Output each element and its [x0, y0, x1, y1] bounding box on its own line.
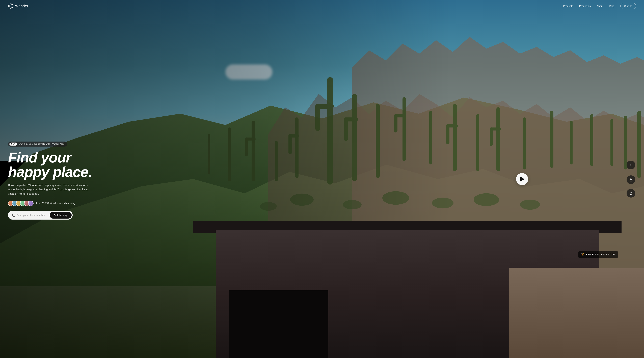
new-tag: New [10, 143, 17, 146]
building-stone-wall [509, 268, 644, 358]
signin-button[interactable]: Sign In [620, 3, 636, 9]
hero-title-line1: Find your [8, 149, 71, 165]
play-triangle-icon [520, 177, 524, 181]
wander-atlas-link[interactable]: Wander Atlas [52, 143, 64, 145]
badge-text: Own a piece of our portfolio with [19, 143, 50, 145]
app-cta-container: 📞 Get the app [8, 211, 72, 220]
nav-links: Products Properties About Blog Sign In [563, 3, 636, 9]
building-garage [229, 290, 328, 358]
fitness-icon: 🏋 [581, 253, 584, 256]
phone-number-input[interactable] [16, 214, 48, 217]
announcement-badge: New Own a piece of our portfolio with Wa… [8, 142, 67, 147]
nav-about[interactable]: About [597, 5, 603, 8]
property-feature-label: 🏋 PRIVATE FITNESS ROOM [578, 251, 618, 258]
logo-globe-icon [8, 3, 14, 9]
svg-point-46 [630, 164, 632, 165]
phone-icon: 📞 [12, 213, 15, 217]
avatar-6 [28, 201, 34, 206]
brand-name: Wander [15, 4, 28, 8]
hero-content: New Own a piece of our portfolio with Wa… [8, 142, 92, 220]
hero-title: Find your happy place. [8, 150, 92, 179]
hero-section: Wander Products Properties About Blog Si… [0, 0, 644, 358]
avatar-stack [8, 201, 34, 206]
wanderers-row: Join 103,654 Wanderers and counting... [8, 201, 92, 206]
navigation: Wander Products Properties About Blog Si… [0, 0, 644, 12]
nav-products[interactable]: Products [563, 5, 573, 8]
play-video-button[interactable] [516, 173, 528, 185]
get-app-button[interactable]: Get the app [50, 212, 72, 219]
logo-link[interactable]: Wander [8, 3, 28, 9]
wanderers-count-text: Join 103,654 Wanderers and counting... [36, 202, 77, 205]
nav-properties[interactable]: Properties [579, 5, 591, 8]
home-icon[interactable] [626, 189, 635, 198]
hero-title-line2: happy place. [8, 164, 92, 180]
building-structure [193, 208, 644, 358]
fitness-label-text: PRIVATE FITNESS ROOM [586, 253, 615, 256]
right-icon-column [626, 161, 635, 198]
settings-icon[interactable] [626, 161, 635, 169]
weather-icon[interactable] [626, 175, 635, 184]
svg-point-47 [630, 178, 632, 180]
hero-subtitle: Book the perfect Wander with inspiring v… [8, 183, 88, 196]
nav-blog[interactable]: Blog [609, 5, 614, 8]
